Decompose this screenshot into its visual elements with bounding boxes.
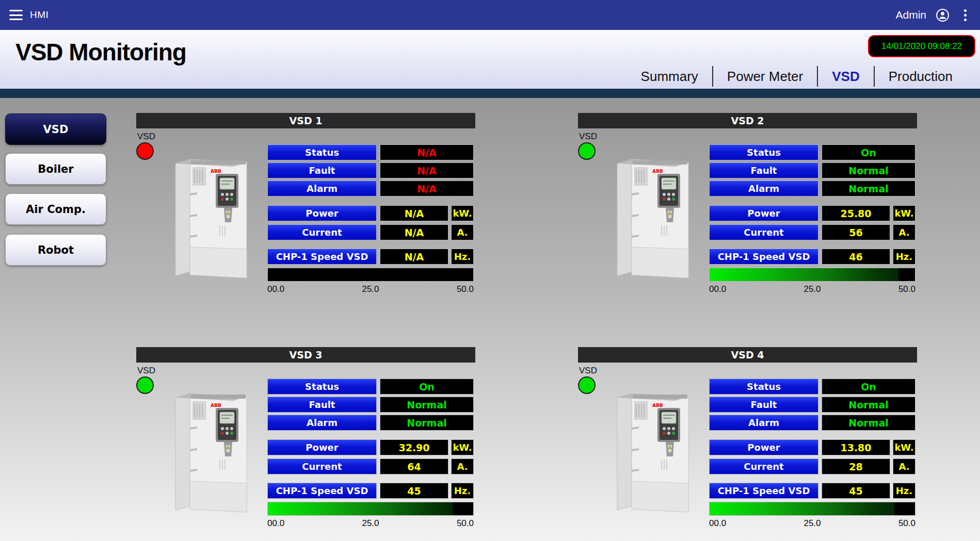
account-icon[interactable] [936, 8, 950, 22]
alarm-label: Alarm [267, 181, 377, 196]
current-label: Current [267, 224, 377, 240]
tab-production[interactable]: Production [875, 69, 967, 85]
page-title: VSD Monitoring [15, 38, 186, 66]
tab-vsd[interactable]: VSD [818, 69, 873, 85]
vsd-drive-image [612, 383, 690, 518]
power-label: Power [709, 439, 818, 455]
alarm-label: Alarm [709, 415, 818, 431]
sidebar-item-aircomp[interactable]: Air Comp. [5, 193, 106, 225]
power-label: Power [267, 439, 377, 455]
status-value: On [822, 379, 915, 395]
speed-scale: 00.025.050.0 [709, 518, 915, 529]
alarm-value: N/A [380, 181, 474, 196]
scale-mid: 25.0 [362, 284, 379, 294]
speed-label: CHP-1 Speed VSD [709, 483, 818, 499]
speed-value: 45 [822, 483, 890, 499]
fault-value: Normal [380, 397, 474, 413]
speed-bar [267, 502, 474, 516]
tab-power-meter[interactable]: Power Meter [713, 69, 817, 85]
power-unit: kW. [451, 439, 474, 455]
power-label: Power [267, 205, 377, 221]
status-value: On [822, 144, 915, 160]
scale-min: 00.0 [267, 518, 284, 529]
current-label: Current [267, 458, 377, 474]
sidebar-item-boiler[interactable]: Boiler [5, 153, 106, 185]
panel-title: VSD 2 [578, 113, 917, 128]
alarm-label: Alarm [709, 181, 818, 196]
speed-bar [709, 268, 915, 282]
status-value: N/A [380, 144, 474, 160]
speed-scale: 00.025.050.0 [267, 518, 474, 529]
vsd-drive-image [612, 149, 690, 284]
tab-summary[interactable]: Summary [627, 69, 712, 85]
current-value: 64 [380, 458, 448, 474]
alarm-value: Normal [380, 415, 474, 431]
speed-unit: Hz. [893, 249, 915, 265]
fault-label: Fault [267, 162, 377, 178]
alarm-label: Alarm [267, 415, 377, 431]
status-indicator-light [136, 142, 154, 160]
panel-title: VSD 4 [578, 347, 917, 363]
scale-max: 50.0 [457, 284, 474, 294]
speed-unit: Hz. [451, 483, 474, 499]
scale-mid: 25.0 [804, 284, 821, 294]
fault-label: Fault [709, 397, 818, 413]
panel-title: VSD 1 [136, 113, 475, 128]
speed-value: N/A [380, 249, 448, 265]
alarm-value: Normal [822, 181, 915, 196]
header-divider-bar [0, 89, 980, 98]
main-content: VSD Boiler Air Comp. Robot VSD 1 VSD Sta… [0, 98, 980, 541]
fault-label: Fault [267, 397, 377, 413]
current-label: Current [709, 224, 818, 240]
speed-bar [267, 268, 474, 282]
sidebar-item-vsd[interactable]: VSD [5, 113, 106, 145]
overflow-menu-icon[interactable] [959, 7, 972, 23]
scale-min: 00.0 [267, 284, 284, 294]
current-unit: A. [893, 458, 915, 474]
current-value: 56 [822, 224, 890, 240]
current-unit: A. [451, 224, 474, 240]
status-label: Status [267, 379, 377, 395]
speed-label: CHP-1 Speed VSD [267, 249, 377, 265]
current-label: Current [709, 458, 818, 474]
app-bar: HMI Admin [0, 0, 980, 30]
scale-max: 50.0 [898, 284, 915, 294]
scale-min: 00.0 [709, 518, 726, 529]
speed-bar-fill [710, 502, 894, 515]
status-label: Status [709, 144, 818, 160]
power-value: 13.80 [822, 439, 890, 455]
speed-unit: Hz. [451, 249, 474, 265]
user-name[interactable]: Admin [895, 9, 926, 21]
scale-mid: 25.0 [362, 518, 379, 529]
datetime-display: 14/01/2020 09:08:22 [868, 35, 975, 57]
panel-title: VSD 3 [136, 347, 475, 363]
fault-value: Normal [822, 397, 915, 413]
power-value: 25.80 [822, 205, 890, 221]
menu-icon[interactable] [9, 10, 23, 20]
status-label: Status [709, 379, 818, 395]
current-unit: A. [893, 224, 915, 240]
vsd-panel-3: VSD 3 VSD StatusOn FaultNormal AlarmNorm… [136, 347, 475, 535]
scale-min: 00.0 [709, 284, 726, 294]
indicator-label: VSD [137, 366, 155, 376]
status-indicator-light [136, 376, 154, 394]
fault-value: Normal [822, 162, 915, 178]
app-title: HMI [30, 9, 49, 21]
power-label: Power [709, 205, 818, 221]
power-unit: kW. [893, 205, 915, 221]
speed-unit: Hz. [893, 483, 915, 499]
current-unit: A. [451, 458, 474, 474]
current-value: N/A [380, 224, 448, 240]
vsd-panel-1: VSD 1 VSD StatusN/A FaultN/A AlarmN/A Po… [136, 113, 475, 301]
sidebar-item-robot[interactable]: Robot [5, 234, 106, 266]
scale-max: 50.0 [457, 518, 474, 529]
vsd-drive-image [170, 383, 249, 518]
speed-label: CHP-1 Speed VSD [267, 483, 377, 499]
speed-bar-fill [268, 502, 453, 515]
speed-bar-fill [710, 268, 898, 281]
status-indicator-light [578, 376, 596, 394]
indicator-label: VSD [137, 132, 155, 142]
power-value: N/A [380, 205, 448, 221]
power-unit: kW. [893, 439, 915, 455]
alarm-value: Normal [822, 415, 915, 431]
